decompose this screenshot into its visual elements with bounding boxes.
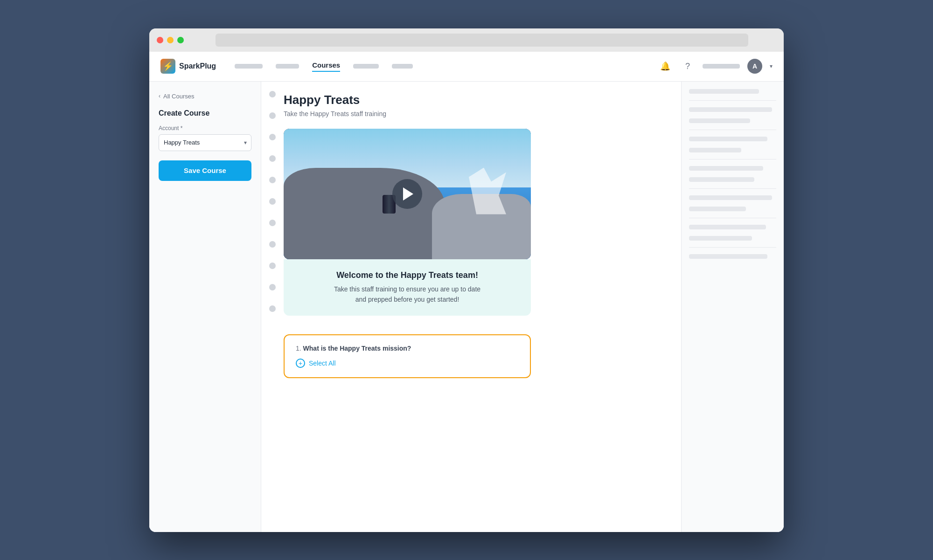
- right-panel-item-5: [689, 148, 741, 152]
- right-panel-item-11: [689, 236, 752, 241]
- welcome-text: Take this staff training to ensure you a…: [299, 284, 516, 305]
- question-card: 1. What is the Happy Treats mission? + S…: [284, 334, 531, 378]
- step-dot-3: [269, 134, 276, 140]
- url-bar[interactable]: [216, 34, 748, 47]
- question-text: 1. What is the Happy Treats mission?: [296, 345, 519, 352]
- browser-window: ⚡ SparkPlug Courses 🔔 ? A ▾: [149, 28, 784, 532]
- avatar[interactable]: A: [747, 59, 762, 74]
- select-all-row[interactable]: + Select All: [296, 359, 519, 368]
- course-title: Happy Treats: [284, 93, 666, 107]
- step-dot-8: [269, 241, 276, 248]
- right-panel-item-2: [689, 107, 772, 112]
- right-panel-item-9: [689, 207, 746, 211]
- play-circle: [392, 179, 422, 209]
- back-link[interactable]: ‹ All Courses: [159, 93, 251, 100]
- right-panel-item-3: [689, 118, 750, 123]
- nav-links: Courses: [235, 61, 643, 72]
- notification-button[interactable]: 🔔: [658, 59, 673, 74]
- course-steps: [261, 82, 284, 532]
- account-select[interactable]: Happy Treats: [159, 134, 251, 151]
- step-dot-11: [269, 305, 276, 312]
- right-panel-item-8: [689, 195, 772, 200]
- user-name-placeholder: [703, 64, 740, 69]
- step-dot-5: [269, 177, 276, 183]
- right-panel-divider-5: [689, 218, 776, 218]
- save-course-button[interactable]: Save Course: [159, 160, 251, 181]
- play-button-overlay[interactable]: [284, 129, 531, 259]
- help-button[interactable]: ?: [680, 59, 695, 74]
- account-label: Account *: [159, 125, 251, 131]
- course-subtitle: Take the Happy Treats staff training: [284, 110, 666, 118]
- sidebar-section-title: Create Course: [159, 109, 251, 118]
- right-panel-divider-3: [689, 159, 776, 159]
- step-dot-9: [269, 263, 276, 269]
- browser-titlebar: [149, 28, 784, 52]
- back-link-label: All Courses: [163, 93, 194, 100]
- right-panel-item-10: [689, 225, 766, 229]
- question-number: 1.: [296, 345, 301, 352]
- back-chevron-icon: ‹: [159, 93, 160, 99]
- question-label: What is the Happy Treats mission?: [303, 345, 411, 352]
- content-area: Happy Treats Take the Happy Treats staff…: [261, 82, 784, 532]
- right-panel: [681, 82, 784, 532]
- select-all-label: Select All: [309, 360, 336, 367]
- right-panel-divider-4: [689, 188, 776, 189]
- step-dot-10: [269, 284, 276, 290]
- step-dot-4: [269, 155, 276, 162]
- right-panel-item-6: [689, 166, 763, 171]
- right-panel-item-4: [689, 137, 767, 141]
- top-nav: ⚡ SparkPlug Courses 🔔 ? A ▾: [149, 52, 784, 82]
- course-main: Happy Treats Take the Happy Treats staff…: [261, 82, 681, 532]
- sidebar: ‹ All Courses Create Course Account * Ha…: [149, 82, 261, 532]
- avatar-chevron-icon[interactable]: ▾: [770, 63, 773, 69]
- traffic-light-green[interactable]: [177, 37, 184, 43]
- app-container: ⚡ SparkPlug Courses 🔔 ? A ▾: [149, 52, 784, 532]
- right-panel-divider-6: [689, 247, 776, 248]
- step-dot-6: [269, 198, 276, 205]
- course-content: Happy Treats Take the Happy Treats staff…: [284, 82, 681, 532]
- sparkplug-logo-icon: ⚡: [160, 59, 175, 74]
- select-all-icon: +: [296, 359, 305, 368]
- logo-area: ⚡ SparkPlug: [160, 59, 216, 74]
- nav-link-courses[interactable]: Courses: [312, 61, 340, 72]
- account-select-wrapper: Happy Treats ▾: [159, 134, 251, 151]
- step-dot-7: [269, 220, 276, 226]
- logo-text: SparkPlug: [179, 62, 216, 70]
- nav-link-placeholder-4[interactable]: [392, 64, 413, 69]
- right-panel-divider-1: [689, 100, 776, 101]
- main-body: ‹ All Courses Create Course Account * Ha…: [149, 82, 784, 532]
- traffic-light-yellow[interactable]: [167, 37, 174, 43]
- video-container[interactable]: [284, 129, 531, 259]
- video-welcome-block: Welcome to the Happy Treats team! Take t…: [284, 129, 531, 325]
- nav-link-placeholder-3[interactable]: [353, 64, 379, 69]
- nav-link-placeholder-1[interactable]: [235, 64, 263, 69]
- welcome-title: Welcome to the Happy Treats team!: [299, 270, 516, 280]
- step-dot-2: [269, 112, 276, 119]
- step-dot-1: [269, 91, 276, 97]
- nav-right: 🔔 ? A ▾: [658, 59, 773, 74]
- right-panel-item-12: [689, 254, 767, 259]
- nav-link-placeholder-2[interactable]: [276, 64, 299, 69]
- right-panel-divider-2: [689, 130, 776, 130]
- welcome-card: Welcome to the Happy Treats team! Take t…: [284, 259, 531, 316]
- right-panel-item-1: [689, 89, 759, 94]
- right-panel-item-7: [689, 177, 754, 182]
- traffic-light-red[interactable]: [157, 37, 163, 43]
- play-triangle-icon: [403, 187, 413, 200]
